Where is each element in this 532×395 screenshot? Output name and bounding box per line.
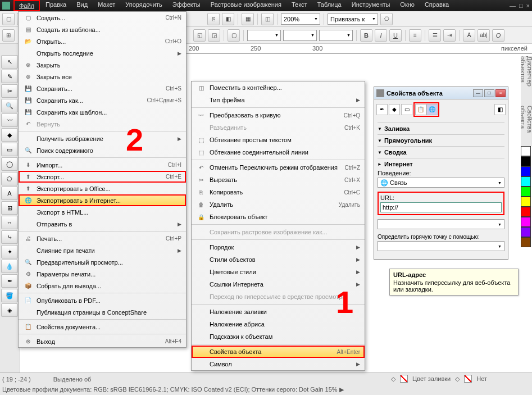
align-left-button[interactable]: ≡ [409, 29, 421, 42]
ctx-place-container[interactable]: ◫Поместить в контейнер... [192, 81, 365, 94]
ctx-object-props[interactable]: Свойства объектаAlt+Enter [192, 346, 365, 358]
toolbar-btn-5[interactable]: ⎔ [380, 13, 393, 25]
file-export-office[interactable]: ⬆Экспортировать в Office... [19, 183, 186, 194]
fill-swatch-icon[interactable] [400, 375, 408, 383]
prop-btn-1[interactable]: ◱ [193, 29, 206, 42]
section-fill[interactable]: ▼Заливка [378, 122, 504, 134]
tab-fill[interactable]: ◆ [389, 104, 400, 115]
file-new-template[interactable]: ▤Создать из шаблона... [19, 24, 186, 35]
shape-tool[interactable]: ✎ [1, 70, 18, 83]
tab-internet[interactable]: 🌐 [426, 104, 438, 115]
crop-tool[interactable]: ✂ [1, 84, 18, 98]
file-print-setup[interactable]: ⚙Параметры печати... [19, 268, 186, 280]
snap-combo[interactable]: Привязать к [328, 13, 378, 25]
maximize-icon[interactable]: □ [519, 2, 523, 9]
file-print-merge[interactable]: Слияние при печати▶ [19, 244, 186, 256]
interactive-fill-tool[interactable]: ◈ [1, 303, 18, 317]
menu-file[interactable]: Файл [13, 0, 40, 11]
outline-swatch-icon[interactable] [464, 375, 472, 383]
color-red[interactable] [521, 207, 531, 217]
menu-effects[interactable]: Эффекты [168, 0, 205, 11]
color-black[interactable] [521, 156, 531, 166]
rectangle-tool[interactable]: ▭ [1, 143, 18, 156]
prop-btn-2[interactable]: ◲ [208, 29, 220, 42]
tab-outline[interactable]: ✒ [376, 104, 388, 115]
color-purple[interactable] [521, 227, 531, 237]
indent-button[interactable]: ⇥ [443, 29, 456, 42]
file-save-template[interactable]: 💾Сохранить как шаблон... [19, 106, 186, 118]
file-export[interactable]: ⬆Экспорт...Ctrl+E [19, 171, 186, 183]
grid-button[interactable]: ⊞ [2, 29, 15, 42]
file-open[interactable]: 📂Открыть...Ctrl+O [19, 35, 186, 47]
ellipse-tool[interactable]: ◯ [1, 157, 18, 171]
prop-combo-2[interactable] [283, 30, 317, 41]
italic-button[interactable]: I [375, 29, 387, 42]
file-print-preview[interactable]: 🔍Предварительный просмотр... [19, 256, 186, 268]
underline-button[interactable]: U [389, 29, 402, 42]
menu-text[interactable]: Текст [287, 0, 312, 11]
file-close[interactable]: ⊗Закрыть [19, 59, 186, 71]
ctx-lock[interactable]: 🔒Блокировать объект [192, 211, 365, 223]
bold-button[interactable]: B [360, 29, 372, 42]
ctx-frame-type[interactable]: Тип фрейма▶ [192, 94, 365, 106]
menu-edit[interactable]: Правка [41, 0, 71, 11]
freehand-tool[interactable]: 〰 [1, 113, 18, 127]
file-publish-concept[interactable]: Публикация страницы в ConceptShare [19, 306, 186, 318]
target-combo[interactable] [378, 219, 504, 229]
eyedropper-tool[interactable]: 💧 [1, 260, 18, 273]
file-publish-pdf[interactable]: 📄Опубликовать в PDF... [19, 294, 186, 306]
file-acquire[interactable]: Получить изображение▶ [19, 133, 186, 144]
ctx-color-styles[interactable]: Цветовые стили▶ [192, 266, 365, 278]
tab-rect[interactable]: ▭ [401, 104, 412, 115]
ctx-undo[interactable]: ↶Отменить Переключить режим отображенияC… [192, 161, 365, 174]
color-magenta[interactable] [521, 217, 531, 227]
panel-maximize[interactable]: □ [484, 89, 494, 97]
prop-btn-3[interactable]: ▢ [228, 29, 240, 42]
color-cyan[interactable] [521, 176, 531, 187]
hotspot-combo[interactable] [378, 241, 504, 251]
behavior-combo[interactable]: 🌐 Связь [378, 178, 504, 188]
menu-window[interactable]: Окно [395, 0, 419, 11]
menu-view[interactable]: Вид [72, 0, 92, 11]
color-green[interactable] [521, 187, 531, 197]
ctx-wrap-text[interactable]: ⬚Обтекание простым текстом [192, 134, 365, 146]
section-rect[interactable]: ▼Прямоугольник [378, 134, 504, 146]
prop-combo-1[interactable] [247, 30, 281, 41]
color-yellow[interactable] [521, 197, 531, 207]
menu-arrange[interactable]: Упорядочить [121, 0, 166, 11]
ctx-hints[interactable]: Подсказки к объектам [192, 330, 365, 343]
new-button[interactable]: ▢ [2, 13, 15, 25]
file-collect[interactable]: 📦Собрать для вывода... [19, 280, 186, 292]
tab-more[interactable]: ◧ [494, 104, 506, 115]
file-exit[interactable]: ⊗ВыходAlt+F4 [19, 335, 186, 347]
section-internet[interactable]: ▼Интернет Поведение: 🌐 Связь URL: Опреде… [378, 158, 504, 256]
file-send-to[interactable]: Отправить в▶ [19, 218, 186, 230]
text-tool[interactable]: A [1, 187, 18, 200]
toolbar-btn-4[interactable]: ◫ [261, 13, 274, 25]
panel-titlebar[interactable]: Свойства объекта — □ × [374, 87, 508, 99]
ctx-copy[interactable]: ⎘КопироватьCtrl+C [192, 186, 365, 198]
options-button[interactable]: O [492, 29, 504, 42]
file-print[interactable]: 🖨Печать...Ctrl+P [19, 233, 186, 244]
file-export-html[interactable]: Экспорт в HTML... [19, 206, 186, 218]
connector-tool[interactable]: ⤷ [1, 230, 18, 244]
ctx-delete[interactable]: 🗑УдалитьУдалить [192, 198, 365, 211]
file-import[interactable]: ⬇Импорт...Ctrl+I [19, 159, 186, 171]
ctx-cut[interactable]: ✂ВырезатьCtrl+X [192, 174, 365, 186]
toolbar-btn-2[interactable]: ◧ [222, 13, 234, 25]
menu-table[interactable]: Таблица [313, 0, 346, 11]
polygon-tool[interactable]: ⬠ [1, 172, 18, 185]
file-save-as[interactable]: 💾Сохранить как...Ctrl+Сдвиг+S [19, 94, 186, 106]
menu-tools[interactable]: Инструменты [347, 0, 395, 11]
file-open-recent[interactable]: Открыть последние▶ [19, 47, 186, 59]
interactive-tool[interactable]: ✦ [1, 245, 18, 258]
fill-tool[interactable]: 🪣 [1, 289, 18, 302]
menu-bitmaps[interactable]: Растровые изображения [206, 0, 286, 11]
color-blue[interactable] [521, 166, 531, 176]
panel-minimize[interactable]: — [473, 89, 483, 97]
zoom-combo[interactable]: 200% [281, 13, 320, 25]
text-frame-button[interactable]: ab| [478, 29, 490, 42]
ctx-symbol[interactable]: Символ▶ [192, 358, 365, 370]
file-close-all[interactable]: ⊗Закрыть все [19, 71, 186, 83]
file-doc-props[interactable]: 📋Свойства документа... [19, 321, 186, 333]
